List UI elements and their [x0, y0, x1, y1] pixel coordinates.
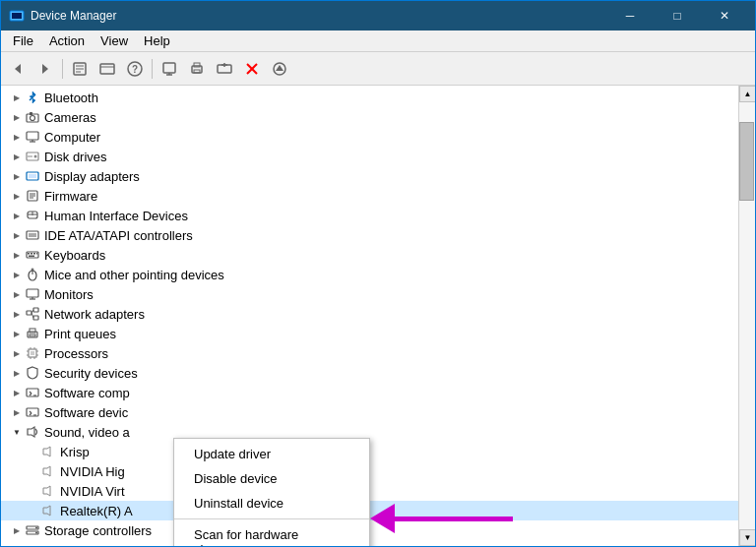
add-legacy-button[interactable] — [212, 56, 237, 82]
update-driver-toolbar-button[interactable] — [267, 56, 292, 82]
toolbar: ? — [1, 52, 755, 86]
tree-item-hid[interactable]: ▶ Human Interface Devices — [1, 206, 738, 225]
expand-arrow-keyboards[interactable]: ▶ — [9, 247, 25, 263]
ctx-disable-device[interactable]: Disable device — [174, 466, 369, 491]
cameras-icon — [25, 109, 40, 125]
uninstall-toolbar-button[interactable] — [239, 56, 265, 82]
menu-help[interactable]: Help — [136, 30, 178, 52]
svg-rect-48 — [28, 253, 30, 255]
expand-arrow-disk-drives[interactable]: ▶ — [9, 149, 25, 164]
expand-arrow-security[interactable]: ▶ — [9, 365, 25, 381]
tree-item-network[interactable]: ▶ Network adapters — [1, 304, 738, 324]
expand-arrow-monitors[interactable]: ▶ — [9, 286, 25, 302]
tree-item-firmware[interactable]: ▶ Firmware — [1, 186, 738, 206]
minimize-button[interactable]: ─ — [607, 1, 653, 30]
cameras-label: Cameras — [44, 110, 96, 125]
menu-action[interactable]: Action — [41, 30, 93, 52]
tree-item-keyboards[interactable]: ▶ Keyboards — [1, 245, 738, 265]
tree-item-ide[interactable]: ▶ IDE ATA/ATAPI controllers — [1, 225, 738, 245]
svg-rect-60 — [33, 308, 38, 312]
expand-arrow-display-adapters[interactable]: ▶ — [9, 168, 25, 184]
ctx-scan-hardware[interactable]: Scan for hardware changes — [174, 522, 369, 546]
svg-rect-66 — [30, 334, 35, 336]
tree-item-software-devic[interactable]: ▶ Software devic — [1, 402, 738, 422]
svg-marker-24 — [276, 65, 284, 71]
expand-arrow-print-queues[interactable]: ▶ — [9, 326, 25, 341]
expand-arrow-processors[interactable]: ▶ — [9, 345, 25, 361]
hid-label: Human Interface Devices — [44, 209, 188, 223]
maximize-button[interactable]: □ — [655, 1, 700, 30]
back-button[interactable] — [5, 56, 31, 82]
svg-rect-56 — [27, 289, 38, 297]
svg-line-83 — [30, 413, 32, 415]
expand-arrow-storage[interactable]: ▶ — [9, 522, 25, 538]
expand-arrow-software-devic[interactable]: ▶ — [9, 404, 25, 420]
menu-view[interactable]: View — [93, 30, 136, 52]
svg-point-27 — [31, 116, 35, 121]
expand-arrow-computer[interactable]: ▶ — [9, 129, 25, 145]
device-tree[interactable]: ▶ Bluetooth ▶ Cameras ▶ — [1, 86, 738, 546]
tree-item-monitors[interactable]: ▶ Monitors — [1, 284, 738, 304]
show-hidden-button[interactable] — [94, 56, 120, 82]
svg-rect-52 — [29, 256, 34, 258]
svg-rect-49 — [31, 253, 32, 255]
display-adapters-label: Display adapters — [44, 169, 140, 184]
expand-arrow-firmware[interactable]: ▶ — [9, 188, 25, 204]
svg-line-79 — [30, 394, 32, 395]
disk-drives-label: Disk drives — [44, 150, 107, 164]
ctx-uninstall-device[interactable]: Uninstall device — [174, 491, 369, 516]
monitors-icon — [25, 286, 40, 302]
ctx-update-driver[interactable]: Update driver — [174, 442, 369, 466]
nvidia-hig-icon — [40, 463, 56, 479]
help-button[interactable]: ? — [122, 56, 148, 82]
tree-item-cameras[interactable]: ▶ Cameras — [1, 107, 738, 127]
tree-item-print-queues[interactable]: ▶ Print queues — [1, 324, 738, 343]
tree-item-bluetooth[interactable]: ▶ Bluetooth — [1, 88, 738, 107]
expand-arrow-ide[interactable]: ▶ — [9, 227, 25, 243]
svg-rect-59 — [27, 311, 32, 315]
svg-rect-77 — [27, 389, 38, 396]
expand-arrow-hid[interactable]: ▶ — [9, 208, 25, 223]
svg-text:?: ? — [132, 64, 138, 75]
sound-video-label: Sound, video a — [44, 425, 130, 440]
tree-item-mice[interactable]: ▶ Mice and other pointing devices — [1, 265, 738, 284]
svg-rect-28 — [30, 112, 32, 115]
tree-item-display-adapters[interactable]: ▶ Display adapters — [1, 166, 738, 186]
scrollbar[interactable]: ▲ ▼ — [738, 86, 755, 546]
expand-arrow-bluetooth[interactable]: ▶ — [9, 90, 25, 105]
expand-arrow-software-comp[interactable]: ▶ — [9, 385, 25, 400]
krisp-label: Krisp — [60, 445, 90, 459]
tree-item-computer[interactable]: ▶ Computer — [1, 127, 738, 147]
print-button[interactable] — [184, 56, 210, 82]
svg-rect-50 — [33, 253, 35, 255]
tree-item-disk-drives[interactable]: ▶ Disk drives — [1, 147, 738, 166]
svg-marker-86 — [43, 447, 50, 456]
properties-button[interactable] — [67, 56, 93, 82]
expand-arrow-network[interactable]: ▶ — [9, 306, 25, 322]
mice-icon — [25, 267, 40, 282]
content-area: ▶ Bluetooth ▶ Cameras ▶ — [1, 86, 755, 546]
expand-arrow-mice[interactable]: ▶ — [9, 267, 25, 282]
print-queues-label: Print queues — [44, 327, 116, 341]
svg-point-55 — [32, 269, 33, 271]
svg-rect-8 — [100, 64, 114, 74]
scan-hardware-toolbar-button[interactable] — [157, 56, 182, 82]
device-manager-window: Device Manager ─ □ ✕ File Action View He… — [0, 0, 756, 547]
scroll-down-button[interactable]: ▼ — [739, 529, 755, 546]
krisp-icon — [40, 444, 56, 459]
firmware-icon — [25, 188, 40, 204]
tree-item-software-comp[interactable]: ▶ Software comp — [1, 383, 738, 402]
close-button[interactable]: ✕ — [702, 1, 747, 30]
svg-rect-68 — [31, 351, 34, 355]
software-comp-icon — [25, 385, 40, 400]
expand-arrow-cameras[interactable]: ▶ — [9, 109, 25, 125]
tree-item-processors[interactable]: ▶ Processors — [1, 343, 738, 363]
scroll-up-button[interactable]: ▲ — [739, 86, 755, 102]
tree-item-security[interactable]: ▶ Security devices — [1, 363, 738, 383]
menu-file[interactable]: File — [5, 30, 41, 52]
scroll-thumb[interactable] — [739, 122, 754, 201]
expand-arrow-sound-video[interactable]: ▼ — [9, 424, 25, 440]
forward-button[interactable] — [32, 56, 58, 82]
security-label: Security devices — [44, 366, 138, 381]
scroll-track[interactable] — [739, 102, 755, 529]
